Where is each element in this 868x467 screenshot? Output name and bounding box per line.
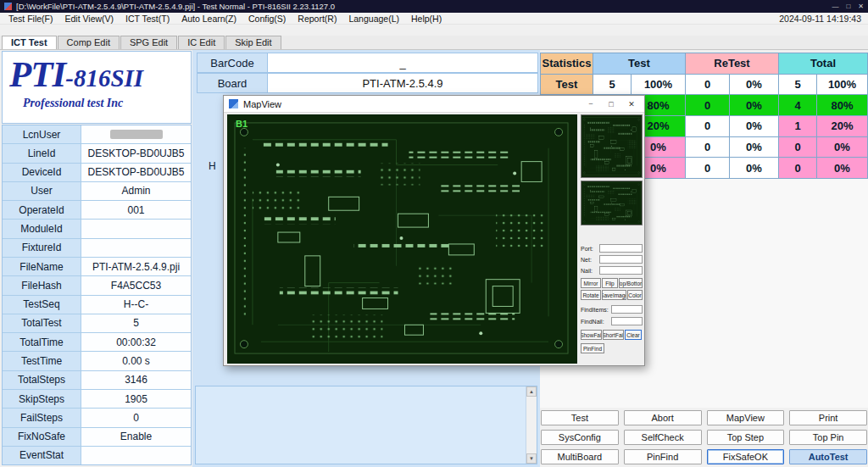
top-pin-button[interactable]: Top Pin bbox=[789, 430, 867, 445]
stats-cell: 100% bbox=[817, 75, 868, 96]
stats-cell: 5 bbox=[779, 75, 817, 96]
menu-report[interactable]: Report(R) bbox=[292, 14, 342, 24]
top-step-button[interactable]: Top Step bbox=[707, 430, 785, 445]
stats-cell: 0 bbox=[686, 158, 730, 179]
minimize-icon[interactable]: — bbox=[832, 3, 838, 10]
table-row: SkipSteps 1905 bbox=[3, 390, 191, 409]
barcode-input[interactable]: _ bbox=[268, 53, 538, 73]
info-value: 0.00 s bbox=[81, 352, 191, 370]
find-nail-field: FindNail: bbox=[581, 316, 643, 326]
window-title: [D:\WorkFile\PTI-ATM-2.5.4.9\PTI-ATM-2.5… bbox=[16, 2, 832, 11]
tab-comp-edit[interactable]: Comp Edit bbox=[58, 36, 120, 49]
stats-header-row: Statistics Test ReTest Total bbox=[541, 53, 868, 75]
menu-auto-learn[interactable]: Auto Learn(Z) bbox=[175, 14, 242, 24]
mirror-button[interactable]: Mirror bbox=[581, 278, 601, 288]
menu-config[interactable]: Config(S) bbox=[242, 14, 292, 24]
info-value: H--C- bbox=[81, 296, 191, 314]
scroll-up-icon[interactable]: ▲ bbox=[526, 386, 537, 397]
brand-name: PTI-816SII bbox=[9, 56, 191, 92]
top-bottom-button[interactable]: Top/Bottom bbox=[619, 278, 643, 288]
table-row: FileHash F4A5CC53 bbox=[3, 276, 191, 295]
clear-button[interactable]: Clear bbox=[625, 330, 642, 340]
pcb-artwork bbox=[227, 114, 576, 362]
mapview-close-icon[interactable]: ✕ bbox=[621, 97, 642, 112]
fail-buttons-row: ShowFail ShortFail Clear bbox=[581, 330, 642, 340]
pcb-thumb-artwork bbox=[581, 181, 642, 225]
pin-find-button[interactable]: PinFind bbox=[581, 343, 604, 353]
nail-input[interactable] bbox=[599, 266, 643, 275]
menu-bar: Test File(F) Edit View(V) ICT Test(T) Au… bbox=[0, 13, 868, 25]
stats-header-statistics: Statistics bbox=[541, 53, 593, 75]
close-icon[interactable]: ✕ bbox=[858, 3, 864, 10]
tab-ic-edit[interactable]: IC Edit bbox=[178, 36, 225, 49]
tab-skip-edit[interactable]: Skip Edit bbox=[225, 36, 281, 49]
table-row: FixtureId bbox=[3, 239, 191, 258]
info-label: ModuleId bbox=[3, 220, 81, 237]
brand-prefix: PTI bbox=[9, 54, 65, 94]
stats-cell: 0% bbox=[817, 158, 868, 179]
sysconfig-button[interactable]: SysConfig bbox=[541, 430, 619, 445]
table-row: TestTime 0.00 s bbox=[3, 352, 191, 370]
save-image-button[interactable]: SaveImage bbox=[602, 290, 626, 300]
barcode-row: BarCode _ bbox=[197, 53, 538, 73]
table-row: LineId DESKTOP-BD0UJB5 bbox=[3, 144, 191, 163]
print-button[interactable]: Print bbox=[789, 410, 867, 425]
menu-language[interactable]: Language(L) bbox=[342, 14, 405, 24]
board-thumbnail-bottom[interactable] bbox=[581, 181, 643, 225]
mapview-minimize-icon[interactable]: ⎯ bbox=[581, 97, 601, 112]
info-value: 3146 bbox=[81, 371, 191, 389]
find-items-input[interactable] bbox=[611, 305, 643, 314]
flip-button[interactable]: Flip bbox=[602, 278, 618, 288]
info-label: TotalTime bbox=[3, 333, 81, 351]
pcb-map-canvas[interactable]: B1 bbox=[227, 114, 577, 364]
net-input[interactable] bbox=[599, 255, 643, 264]
info-label: SkipSteps bbox=[3, 390, 81, 408]
multiboard-button[interactable]: MultiBoard bbox=[541, 449, 619, 464]
stats-cell: 4 bbox=[779, 95, 817, 116]
stats-cell: 0% bbox=[730, 158, 779, 179]
mapview-button[interactable]: MapView bbox=[707, 410, 785, 425]
selfcheck-button[interactable]: SelfCheck bbox=[624, 430, 702, 445]
stats-cell: 0 bbox=[686, 75, 730, 96]
info-value: Admin bbox=[81, 182, 191, 200]
info-label: OperateId bbox=[3, 201, 81, 219]
redacted-value bbox=[110, 130, 163, 139]
info-label: LcnUser bbox=[3, 125, 81, 143]
scroll-down-icon[interactable]: ▼ bbox=[526, 453, 537, 464]
mirror-row: Mirror Flip Top/Bottom bbox=[581, 278, 643, 288]
menu-ict-test[interactable]: ICT Test(T) bbox=[120, 14, 175, 24]
table-row: DeviceId DESKTOP-BD0UJB5 bbox=[3, 164, 191, 182]
board-thumbnail-top[interactable] bbox=[581, 114, 643, 178]
stats-cell: 0% bbox=[730, 116, 779, 137]
short-fail-button[interactable]: ShortFail bbox=[603, 330, 624, 340]
color-button[interactable]: Color bbox=[627, 290, 643, 300]
fixsafeok-button[interactable]: FixSafeOK bbox=[707, 449, 785, 464]
tab-ict-test[interactable]: ICT Test bbox=[2, 36, 57, 49]
find-nail-label: FindNail: bbox=[581, 319, 611, 325]
info-label: EventStat bbox=[3, 447, 81, 464]
tab-spg-edit[interactable]: SPG Edit bbox=[120, 36, 177, 49]
info-value: F4A5CC53 bbox=[81, 276, 191, 294]
test-button[interactable]: Test bbox=[541, 410, 619, 425]
pinfind-button[interactable]: PinFind bbox=[624, 449, 702, 464]
mapview-maximize-icon[interactable]: □ bbox=[601, 97, 621, 112]
autotest-button[interactable]: AutoTest bbox=[789, 449, 867, 464]
barcode-label: BarCode bbox=[197, 53, 268, 73]
brand-logo: PTI-816SII Professional test Inc bbox=[2, 51, 192, 124]
abort-button[interactable]: Abort bbox=[624, 410, 702, 425]
menu-help[interactable]: Help(H) bbox=[405, 14, 448, 24]
menu-edit-view[interactable]: Edit View(V) bbox=[59, 14, 120, 24]
mapview-titlebar[interactable]: MapView ⎯ □ ✕ bbox=[224, 96, 644, 113]
result-list-panel: ▲ ▼ bbox=[195, 386, 537, 464]
maximize-icon[interactable]: □ bbox=[846, 3, 850, 10]
info-value: 5 bbox=[81, 314, 191, 332]
show-fail-button[interactable]: ShowFail bbox=[581, 330, 602, 340]
find-nail-input[interactable] bbox=[611, 317, 643, 325]
scrollbar[interactable]: ▲ ▼ bbox=[526, 386, 537, 464]
rotate-button[interactable]: Rotate bbox=[581, 290, 601, 300]
datetime-display: 2024-09-11 14:19:43 bbox=[779, 14, 868, 24]
menu-test-file[interactable]: Test File(F) bbox=[3, 14, 59, 24]
table-row: OperateId 001 bbox=[3, 201, 191, 220]
port-input[interactable] bbox=[599, 244, 643, 253]
find-items-label: FindItems: bbox=[581, 307, 611, 313]
